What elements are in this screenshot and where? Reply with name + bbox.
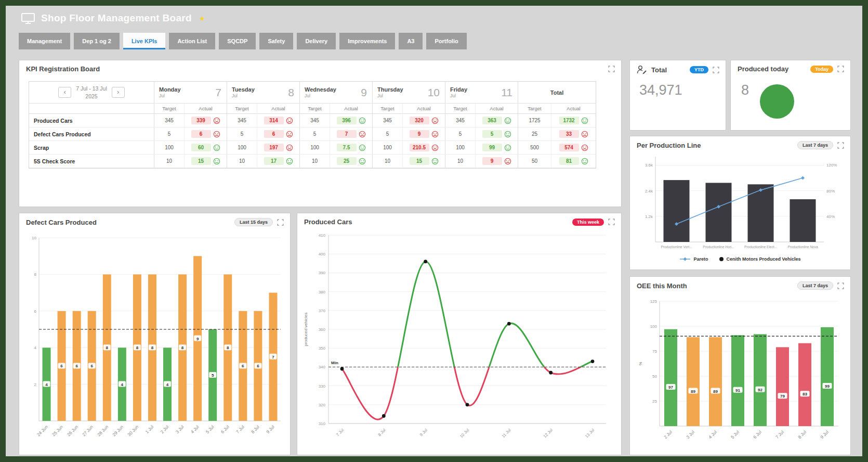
line-below-min: [342, 262, 593, 420]
actual-value[interactable]: 314: [264, 117, 284, 124]
day-number: 7: [215, 86, 225, 99]
tab-sqcdp[interactable]: SQCDP: [219, 33, 256, 49]
expand-icon[interactable]: [713, 67, 719, 73]
expand-corner: [713, 71, 715, 73]
next-week-button[interactable]: ›: [112, 87, 125, 98]
period-badge: Last 15 days: [234, 218, 273, 226]
produced-cars-panel: Produced Cars This week 3103203303403503…: [297, 213, 622, 455]
tab-bar: ManagementDep 1 og 2Live KPIsAction List…: [19, 33, 467, 49]
expand-corner: [282, 224, 283, 225]
actual-value[interactable]: 396: [337, 117, 357, 124]
pareto-line: [677, 178, 803, 224]
x-tick-label: 4 Jul: [190, 424, 200, 434]
smiley-eye: [363, 160, 364, 161]
expand-icon[interactable]: [837, 283, 844, 289]
actual-value[interactable]: 6: [191, 130, 211, 138]
actual-value[interactable]: 574: [559, 144, 579, 151]
bar-label: 4: [121, 382, 124, 387]
tab-dep-1-og-2[interactable]: Dep 1 og 2: [74, 33, 120, 49]
actual-column-header: Actual: [184, 104, 227, 114]
smiley-eye: [433, 119, 434, 120]
actual-value[interactable]: 339: [191, 117, 211, 124]
y-tick-label: 350: [318, 346, 325, 351]
x-tick-label: 5 Jul: [730, 429, 740, 440]
expand-icon[interactable]: [608, 219, 615, 225]
panel-head: KPI Registration Board: [19, 60, 621, 75]
target-value: 345: [372, 114, 402, 127]
day-header: WednesdayJul9: [299, 82, 372, 104]
tab-improvements[interactable]: Improvements: [339, 33, 395, 49]
smiley-face: [214, 131, 219, 137]
expand-corner: [838, 147, 839, 148]
expand-icon[interactable]: [837, 66, 844, 72]
actual-cell: 197: [257, 141, 299, 155]
actual-value[interactable]: 15: [410, 157, 429, 165]
actual-value[interactable]: 5: [482, 130, 502, 138]
actual-value[interactable]: 60: [191, 144, 211, 151]
tab-safety[interactable]: Safety: [259, 33, 293, 49]
target-value: 5: [445, 127, 475, 141]
panel-head: Defect Cars Produced Last 15 days: [19, 213, 290, 228]
actual-value[interactable]: 210.5: [410, 144, 429, 151]
actual-value[interactable]: 7.5: [337, 144, 357, 151]
actual-value[interactable]: 9: [410, 130, 429, 138]
expand-corner: [838, 66, 839, 68]
x-tick-label: 9 Jul: [265, 424, 275, 434]
smiley-eye: [363, 133, 364, 134]
smiley-mouth: [361, 121, 364, 122]
smiley-face: [214, 145, 219, 150]
x-tick-label: 26 Jun: [66, 424, 79, 437]
actual-value[interactable]: 33: [559, 130, 579, 138]
actual-value[interactable]: 17: [264, 157, 284, 165]
period-badge: Last 7 days: [797, 141, 833, 149]
smiley-mouth: [506, 162, 509, 162]
tab-live-kpis[interactable]: Live KPIs: [123, 33, 166, 49]
actual-value[interactable]: 15: [191, 157, 211, 165]
tab-action-list[interactable]: Action List: [169, 33, 215, 49]
y-left-tick-label: 3.6k: [645, 163, 653, 168]
day-number: 10: [428, 86, 443, 99]
actual-value[interactable]: 6: [264, 130, 284, 138]
actual-value[interactable]: 363: [482, 117, 502, 124]
tab-a3[interactable]: A3: [399, 33, 423, 49]
actual-value[interactable]: 1732: [559, 117, 579, 124]
tab-delivery[interactable]: Delivery: [297, 33, 336, 49]
target-value: 10: [299, 155, 330, 168]
bar: [776, 347, 789, 426]
actual-value[interactable]: 81: [559, 157, 579, 165]
actual-value[interactable]: 320: [410, 117, 429, 124]
expand-icon[interactable]: [277, 219, 284, 226]
week-badge: This week: [572, 219, 604, 226]
expand-icon[interactable]: [837, 142, 844, 149]
date-range: 7 Jul - 13 Jul2025: [76, 85, 107, 100]
smiley-mouth: [288, 148, 291, 149]
bar-label: 6: [242, 364, 244, 368]
panel-title: Per Production Line: [637, 142, 701, 149]
smiley-eye: [508, 146, 509, 147]
tab-portfolio[interactable]: Portfolio: [426, 33, 466, 49]
actual-value[interactable]: 197: [264, 144, 284, 151]
kpi-row-label: Scrap: [29, 141, 154, 155]
smiley-mouth: [583, 148, 586, 149]
expand-icon: [837, 283, 844, 289]
smiley-eye: [215, 146, 216, 147]
per-production-line-chart: 1.2k40%2.4k80%3.6k120%Productionline Vor…: [634, 151, 847, 255]
smiley-eye: [360, 146, 361, 147]
y-axis-label: produced vehicles: [304, 313, 308, 346]
smiley-face: [214, 118, 219, 123]
actual-value[interactable]: 25: [337, 157, 357, 165]
smiley-happy-icon: [581, 158, 588, 165]
x-tick-label: 3 Jul: [175, 424, 185, 434]
actual-value[interactable]: 9: [482, 157, 502, 165]
tab-management[interactable]: Management: [19, 33, 70, 49]
x-tick-label: 8 Jul: [377, 428, 386, 437]
actual-value[interactable]: 99: [482, 144, 502, 151]
smiley-eye: [360, 119, 361, 120]
expand-corner: [609, 66, 610, 68]
actual-value[interactable]: 7: [337, 130, 357, 138]
actual-cell: 314: [257, 114, 299, 127]
target-column-header: Target: [445, 104, 475, 114]
prev-week-button[interactable]: ‹: [58, 87, 71, 98]
day-header: TuesdayJul8: [227, 82, 299, 104]
expand-icon[interactable]: [608, 66, 615, 72]
